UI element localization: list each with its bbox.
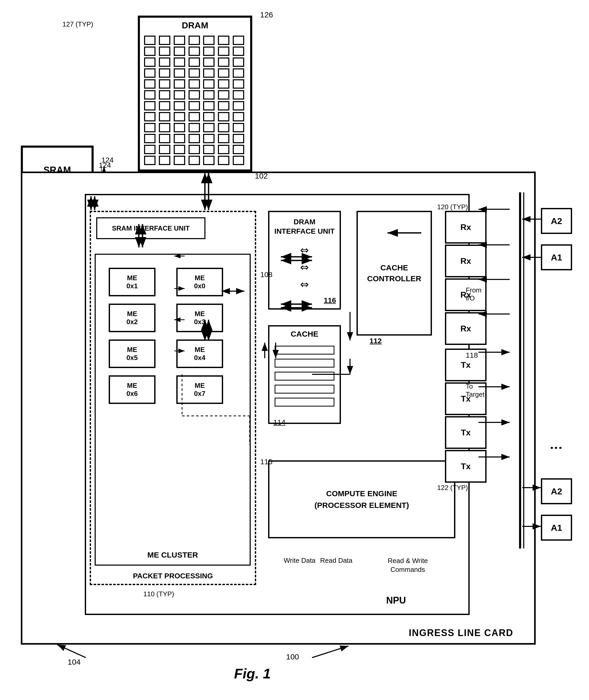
npu-label: NPU bbox=[386, 595, 406, 606]
dram-interface-arrows: ⇔ ⇔ ⇔ bbox=[269, 241, 340, 293]
ext-a1-top: A1 bbox=[541, 244, 572, 270]
rx-box-4: Rx bbox=[445, 312, 486, 345]
cache-controller: CACHE CONTROLLER bbox=[357, 211, 432, 335]
write-data-label: Write Data bbox=[284, 556, 316, 564]
fig-label: Fig. 1 bbox=[234, 665, 271, 682]
cache-controller-label: CACHE CONTROLLER bbox=[358, 262, 431, 284]
me-cluster-block: ME0x1 ME0x0 ME0x2 ME0x3 ME0x5 ME0x4 ME0x… bbox=[94, 254, 251, 565]
sram-interface-unit: SRAM INTERFACE UNIT bbox=[96, 217, 205, 239]
me-cluster-label: ME CLUSTER bbox=[148, 550, 198, 559]
me-grid: ME0x1 ME0x0 ME0x2 ME0x3 ME0x5 ME0x4 ME0x… bbox=[96, 257, 250, 414]
npu-ref-102: 102 bbox=[255, 172, 268, 180]
sram-interface-label: SRAM INTERFACE UNIT bbox=[112, 224, 190, 232]
me-box-0x1: ME0x1 bbox=[109, 268, 156, 296]
me-box-0x2: ME0x2 bbox=[109, 304, 156, 332]
sram-ref-label: 124 bbox=[102, 156, 114, 164]
ref-115: 115 bbox=[260, 458, 272, 466]
ref-100: 100 bbox=[286, 653, 299, 661]
tx-box-4: Tx bbox=[445, 450, 486, 483]
dram-interface-title: DRAM INTERFACE UNIT bbox=[269, 212, 340, 241]
ingress-card: SRAM INTERFACE UNIT ME0x1 ME0x0 ME0x2 ME… bbox=[21, 172, 536, 645]
cache-controller-ref: 112 bbox=[370, 337, 382, 345]
dram-interface-ref: 116 bbox=[324, 296, 336, 305]
ext-a1-bottom: A1 bbox=[541, 515, 572, 541]
packet-processing: SRAM INTERFACE UNIT ME0x1 ME0x0 ME0x2 ME… bbox=[90, 211, 256, 585]
read-write-commands-label: Read & Write Commands bbox=[388, 556, 428, 574]
cache-title: CACHE bbox=[269, 326, 340, 341]
to-target-label: To Target bbox=[466, 382, 484, 399]
ref-110-typ: 110 (TYP) bbox=[143, 590, 174, 598]
dram-cell-ref: 127 (TYP) bbox=[62, 20, 93, 28]
ref-118: 118 bbox=[466, 351, 478, 360]
svg-line-94 bbox=[312, 646, 349, 658]
svg-line-93 bbox=[57, 645, 86, 658]
packet-processing-label: PACKET PROCESSING bbox=[133, 572, 213, 580]
ext-a2-bottom: A2 bbox=[541, 478, 572, 504]
dots: ⋮ bbox=[549, 442, 563, 455]
ref-104: 104 bbox=[67, 658, 80, 667]
me-box-0x7: ME0x7 bbox=[176, 375, 223, 404]
ref-114: 114 bbox=[273, 418, 285, 427]
npu-block: SRAM INTERFACE UNIT ME0x1 ME0x0 ME0x2 ME… bbox=[85, 194, 470, 615]
cache-block: CACHE bbox=[268, 325, 341, 424]
compute-engine: COMPUTE ENGINE (PROCESSOR ELEMENT) bbox=[268, 460, 455, 538]
me-box-0x5: ME0x5 bbox=[109, 339, 156, 368]
ingress-label: INGRESS LINE CARD bbox=[409, 628, 513, 638]
dram-ref: 126 bbox=[260, 10, 273, 19]
dram-grid bbox=[140, 33, 250, 168]
rx-box-1: Rx bbox=[445, 211, 486, 244]
me-box-0x3: ME0x3 bbox=[176, 304, 223, 332]
tx-column: Tx Tx Tx Tx bbox=[445, 348, 486, 483]
me-box-0x6: ME0x6 bbox=[109, 375, 156, 404]
me-box-0x0: ME0x0 bbox=[176, 268, 223, 296]
ref-122-typ: 122 (TYP) bbox=[437, 484, 468, 492]
ref-120-typ: 120 (TYP) bbox=[437, 203, 468, 211]
dram-block: DRAM bbox=[138, 16, 252, 172]
dram-title: DRAM bbox=[140, 18, 250, 33]
rx-box-2: Rx bbox=[445, 245, 486, 277]
cache-lines bbox=[269, 341, 340, 411]
ext-a2-top: A2 bbox=[541, 208, 572, 234]
tx-box-3: Tx bbox=[445, 416, 486, 449]
from-io-label: From I/O bbox=[466, 286, 481, 302]
compute-engine-label: COMPUTE ENGINE (PROCESSOR ELEMENT) bbox=[315, 488, 409, 511]
read-data-label: Read Data bbox=[320, 556, 352, 564]
dram-interface-unit: DRAM INTERFACE UNIT ⇔ ⇔ ⇔ 116 bbox=[268, 211, 341, 309]
rx-column: Rx Rx Rx Rx bbox=[445, 211, 486, 345]
me-box-0x4: ME0x4 bbox=[176, 339, 223, 368]
ref-108: 108 bbox=[260, 271, 272, 279]
